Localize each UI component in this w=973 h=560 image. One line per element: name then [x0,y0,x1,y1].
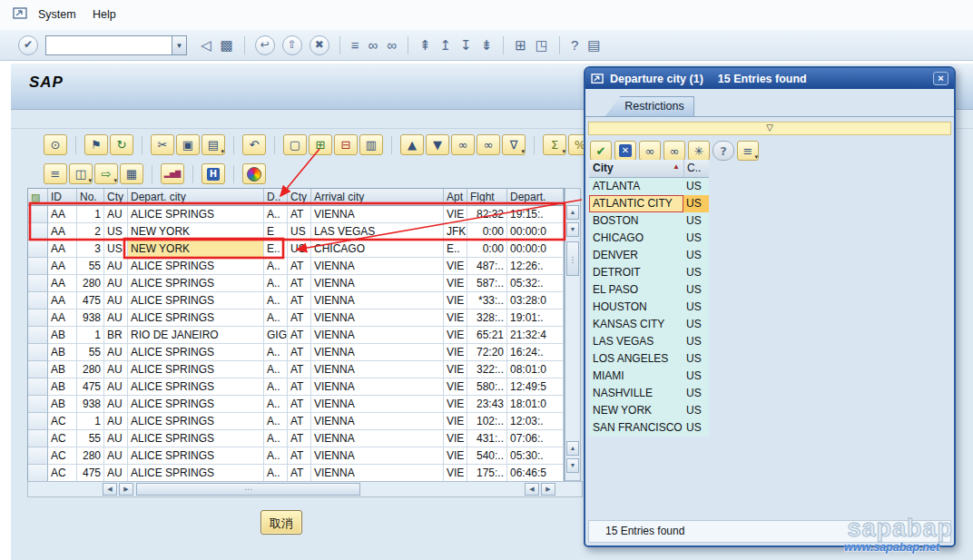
find-button[interactable]: ∞ [451,134,475,155]
table-cell[interactable]: 938 [77,396,104,413]
scroll-left-icon[interactable]: ◀ [103,483,117,496]
info-button[interactable]: H [201,163,225,184]
city-row[interactable]: MIAMIUS [589,368,709,385]
table-cell[interactable]: AT [288,344,311,361]
table-cell[interactable]: AT [288,447,311,465]
table-cell[interactable]: AT [288,292,311,309]
table-cell[interactable]: ALICE SPRINGS [128,465,264,482]
table-cell[interactable]: AT [288,396,311,413]
table-cell[interactable]: VIENNA [311,361,444,378]
row-selector[interactable] [28,241,48,258]
back-icon[interactable]: ↩ [255,35,275,55]
copy-button[interactable]: ▣ [176,134,200,155]
row-selector[interactable] [28,275,48,292]
table-cell[interactable]: VIE [444,465,467,482]
new-session-icon[interactable]: ⊞ [515,35,526,55]
find-next-icon[interactable]: ∞ [387,35,397,55]
table-cell[interactable]: AT [288,309,311,327]
table-cell[interactable]: US [288,241,311,258]
new-entry-button[interactable]: ▢ [283,134,307,155]
table-cell[interactable]: JFK [444,223,467,241]
exit-icon[interactable]: ⇧ [282,35,302,55]
row-selector[interactable] [28,378,48,396]
row-selector[interactable] [28,223,48,241]
close-icon[interactable]: × [933,72,948,85]
help-button[interactable]: ? [713,141,734,161]
city-row[interactable]: DENVERUS [589,247,709,264]
table-cell[interactable]: AA [48,223,77,241]
table-cell[interactable]: AA [48,309,77,327]
chart-button[interactable]: ▂▅▇ [161,163,184,184]
horizontal-scroll-thumb[interactable]: ⋯ [136,483,360,496]
table-cell[interactable]: ALICE SPRINGS [128,447,264,465]
first-page-icon[interactable]: ⇞ [419,35,431,55]
table-cell[interactable]: 0:00 [467,223,507,241]
table-cell[interactable]: 19:01:. [507,309,564,327]
city-row[interactable]: NEW YORKUS [589,402,709,419]
table-cell[interactable]: 475 [77,378,104,396]
table-cell[interactable]: *33:.. [467,292,507,309]
table-cell[interactable]: AA [48,206,77,223]
table-cell[interactable]: A.. [264,309,288,327]
undo-button[interactable]: ↶ [242,134,266,155]
table-cell[interactable]: AU [104,292,128,309]
sort-ascending-button[interactable]: ▲ [400,134,424,155]
table-cell[interactable]: E.. [444,241,467,258]
table-cell[interactable]: ALICE SPRINGS [128,396,264,413]
table-cell[interactable]: VIENNA [311,309,444,327]
table-cell[interactable]: 05:32:. [507,275,564,292]
column-header-city[interactable]: City▲ [589,160,683,177]
table-cell[interactable]: 1 [77,206,104,223]
table-cell[interactable]: A.. [264,292,288,309]
city-row[interactable]: CHICAGOUS [589,230,709,247]
table-cell[interactable]: 16:24:. [507,344,564,361]
menu-item-system[interactable]: System [38,8,76,21]
row-selector[interactable] [28,465,48,482]
table-cell[interactable]: AU [104,396,128,413]
cancel-button[interactable]: 取消 [260,510,302,535]
row-selector[interactable] [28,447,48,465]
enter-icon[interactable]: ✔ [18,35,38,55]
table-cell[interactable]: 0:00 [467,241,507,258]
table-cell[interactable]: AT [288,206,311,223]
table-cell[interactable]: AT [288,258,311,275]
table-cell[interactable]: AA [48,275,77,292]
table-cell[interactable]: BR [104,327,128,344]
table-cell[interactable]: VIE [444,430,467,447]
table-cell[interactable]: 938 [77,309,104,327]
close-button[interactable]: ✕ [614,141,636,161]
refresh-button[interactable]: ↻ [110,134,133,155]
table-cell[interactable]: AU [104,447,128,465]
table-cell[interactable]: VIENNA [311,275,444,292]
help-icon[interactable]: ? [571,35,578,55]
table-cell[interactable]: A.. [264,430,288,447]
row-selector[interactable] [28,430,48,447]
multiple-selection-button[interactable]: ✳ [688,141,710,161]
table-cell[interactable]: AB [48,378,77,396]
city-row[interactable]: SAN FRANCISCOUS [589,419,709,437]
table-cell[interactable]: A.. [264,413,288,430]
table-cell[interactable]: 2 [77,223,104,241]
table-cell[interactable]: 72:20 [467,344,507,361]
table-cell[interactable]: 3 [77,241,104,258]
table-cell[interactable]: VIENNA [311,292,444,309]
table-cell[interactable]: ALICE SPRINGS [128,206,264,223]
table-cell[interactable]: 12:03:. [507,413,564,430]
sort-descending-button[interactable]: ▼ [426,134,449,155]
command-field[interactable] [45,35,172,55]
table-cell[interactable]: 475 [77,292,104,309]
row-selector[interactable] [28,413,48,430]
select-all-header[interactable]: ▨ [28,189,48,206]
active-cell[interactable]: NEW YORK [128,241,264,258]
table-cell[interactable]: VIENNA [311,465,444,482]
city-row[interactable]: HOUSTONUS [589,299,709,316]
dialog-title-bar[interactable]: Departure city (1) 15 Entries found × [585,68,954,89]
table-cell[interactable]: AC [48,447,77,465]
table-cell[interactable]: A.. [264,378,288,396]
paste-button[interactable]: ▤▾ [201,134,225,155]
table-cell[interactable]: 05:30:. [507,447,564,465]
row-selector[interactable] [28,258,48,275]
table-cell[interactable]: AU [104,275,128,292]
table-cell[interactable]: VIENNA [311,206,444,223]
table-cell[interactable]: ALICE SPRINGS [128,275,264,292]
